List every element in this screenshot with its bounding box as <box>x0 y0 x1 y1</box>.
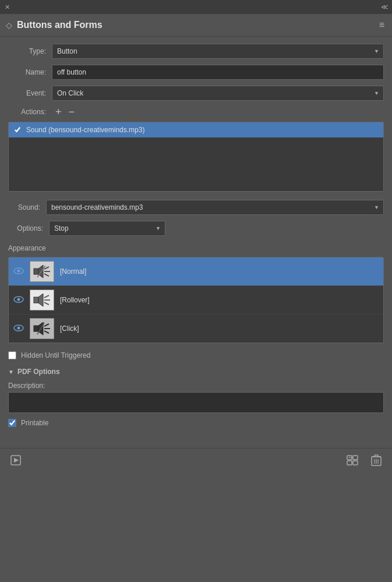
description-input[interactable] <box>8 392 384 413</box>
svg-point-9 <box>17 298 20 301</box>
svg-rect-10 <box>34 297 38 303</box>
panel-title: Buttons and Forms <box>17 20 103 30</box>
diamond-icon: ◇ <box>6 20 12 30</box>
event-row: Event: On Click On Release On Mouse Ente… <box>8 86 384 101</box>
double-arrow-icon[interactable]: ≪ <box>381 3 387 11</box>
svg-marker-24 <box>14 458 19 463</box>
action-label: Sound (bensound-creativeminds.mp3) <box>26 126 144 134</box>
name-label: Name: <box>8 68 46 76</box>
svg-line-19 <box>44 324 49 326</box>
event-select-wrapper: On Click On Release On Mouse Enter On Mo… <box>52 86 384 101</box>
svg-rect-28 <box>353 461 358 465</box>
svg-line-14 <box>44 302 49 305</box>
thumb-normal <box>30 261 54 282</box>
type-select[interactable]: Button Check Box Combo Box List Box Radi… <box>52 44 384 59</box>
type-select-wrapper: Button Check Box Combo Box List Box Radi… <box>52 44 384 59</box>
options-row: Options: Stop Play Pause Resume Stop All <box>8 221 384 236</box>
delete-button[interactable] <box>369 453 384 469</box>
actions-label: Actions: <box>8 108 46 116</box>
type-label: Type: <box>8 47 46 55</box>
panel-header: ◇ Buttons and Forms ≡ <box>0 14 392 37</box>
svg-rect-17 <box>34 326 38 331</box>
eye-icon-normal <box>13 267 24 277</box>
thumb-click <box>30 318 54 339</box>
name-row: Name: off button <box>8 65 384 80</box>
options-select-wrapper: Stop Play Pause Resume Stop All <box>49 221 165 236</box>
hidden-until-triggered-checkbox[interactable] <box>8 351 16 359</box>
type-row: Type: Button Check Box Combo Box List Bo… <box>8 44 384 59</box>
printable-row: Printable <box>8 419 384 427</box>
close-icon[interactable]: ✕ <box>5 3 10 11</box>
svg-point-1 <box>17 269 20 272</box>
sound-label: Sound: <box>8 203 40 211</box>
printable-label[interactable]: Printable <box>21 419 48 427</box>
options-label: Options: <box>8 224 43 232</box>
eye-icon-rollover <box>13 295 24 305</box>
preview-button[interactable] <box>8 454 23 468</box>
actions-row: Actions: + − <box>8 107 384 117</box>
menu-icon[interactable]: ≡ <box>379 20 385 30</box>
appearance-name-rollover: [Rollover] <box>60 296 90 304</box>
svg-marker-11 <box>38 294 43 306</box>
hidden-until-triggered-row: Hidden Until Triggered <box>8 351 384 359</box>
arrange-button[interactable] <box>344 453 361 469</box>
hidden-until-triggered-label[interactable]: Hidden Until Triggered <box>21 351 90 359</box>
options-select[interactable]: Stop Play Pause Resume Stop All <box>49 221 165 236</box>
description-row: Description: <box>8 382 384 413</box>
svg-rect-26 <box>353 456 358 460</box>
svg-line-12 <box>44 295 49 298</box>
appearance-item-rollover[interactable]: [Rollover] <box>9 286 383 315</box>
svg-point-16 <box>17 326 20 329</box>
pdf-options-title: PDF Options <box>17 368 60 376</box>
thumb-rollover <box>30 290 54 311</box>
toolbar-right <box>344 453 384 469</box>
add-action-button[interactable]: + <box>52 107 65 117</box>
bottom-toolbar <box>0 448 392 474</box>
appearance-list: [Normal] <box>8 257 384 343</box>
svg-line-6 <box>44 274 49 276</box>
description-label: Description: <box>8 382 384 390</box>
appearance-name-click: [Click] <box>60 324 79 333</box>
appearance-item-normal[interactable]: [Normal] <box>9 258 383 286</box>
top-bar: ✕ ≪ <box>0 0 392 14</box>
svg-rect-2 <box>34 269 38 274</box>
appearance-name-normal: [Normal] <box>60 267 86 276</box>
sound-select[interactable]: bensound-creativeminds.mp3 None <box>46 200 384 215</box>
content-area: Type: Button Check Box Combo Box List Bo… <box>0 37 392 442</box>
eye-icon-click <box>13 324 24 334</box>
pdf-options-header[interactable]: ▼ PDF Options <box>8 368 384 376</box>
sound-select-wrapper: bensound-creativeminds.mp3 None <box>46 200 384 215</box>
action-item[interactable]: Sound (bensound-creativeminds.mp3) <box>9 122 383 137</box>
pdf-options-section: ▼ PDF Options Description: Printable <box>8 368 384 427</box>
action-checkbox[interactable] <box>13 126 22 134</box>
appearance-title: Appearance <box>8 244 384 252</box>
panel: ✕ ≪ ◇ Buttons and Forms ≡ Type: Button C… <box>0 0 392 474</box>
svg-line-21 <box>44 331 49 333</box>
pdf-chevron-icon: ▼ <box>8 369 14 375</box>
printable-checkbox[interactable] <box>8 419 16 427</box>
event-select[interactable]: On Click On Release On Mouse Enter On Mo… <box>52 86 384 101</box>
svg-line-4 <box>44 267 49 269</box>
event-label: Event: <box>8 89 46 97</box>
svg-rect-27 <box>347 461 352 465</box>
name-input[interactable]: off button <box>52 65 384 80</box>
remove-action-button[interactable]: − <box>65 107 79 117</box>
svg-marker-3 <box>38 265 43 278</box>
actions-list: Sound (bensound-creativeminds.mp3) <box>8 122 384 192</box>
appearance-item-click[interactable]: [Click] <box>9 315 383 343</box>
sound-row: Sound: bensound-creativeminds.mp3 None <box>8 200 384 215</box>
